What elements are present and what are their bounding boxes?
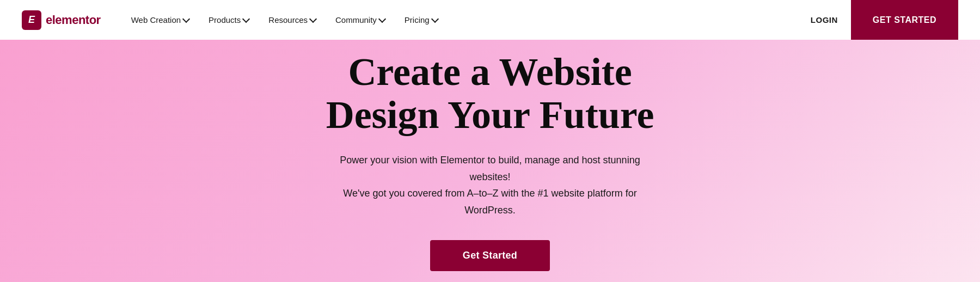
get-started-nav-button[interactable]: GET STARTED bbox=[851, 0, 958, 40]
nav-item-web-creation[interactable]: Web Creation bbox=[122, 11, 198, 29]
hero-cta-button[interactable]: Get Started bbox=[430, 240, 550, 271]
nav-right: LOGIN GET STARTED bbox=[798, 0, 958, 40]
logo[interactable]: E elementor bbox=[22, 10, 101, 30]
chevron-down-icon bbox=[431, 15, 439, 22]
navbar: E elementor Web Creation Products Resour… bbox=[0, 0, 980, 40]
nav-links: Web Creation Products Resources Communit… bbox=[122, 11, 798, 29]
chevron-down-icon bbox=[242, 15, 250, 22]
logo-icon: E bbox=[22, 10, 41, 30]
login-button[interactable]: LOGIN bbox=[798, 11, 851, 29]
hero-title: Create a Website Design Your Future bbox=[326, 51, 654, 137]
chevron-down-icon bbox=[182, 15, 190, 22]
logo-text: elementor bbox=[46, 13, 101, 27]
hero-section: Create a Website Design Your Future Powe… bbox=[0, 40, 980, 282]
nav-item-resources[interactable]: Resources bbox=[260, 11, 324, 29]
chevron-down-icon bbox=[378, 15, 386, 22]
nav-item-community[interactable]: Community bbox=[327, 11, 394, 29]
chevron-down-icon bbox=[309, 15, 317, 22]
hero-subtitle: Power your vision with Elementor to buil… bbox=[321, 152, 659, 218]
nav-item-products[interactable]: Products bbox=[200, 11, 258, 29]
nav-item-pricing[interactable]: Pricing bbox=[396, 11, 446, 29]
